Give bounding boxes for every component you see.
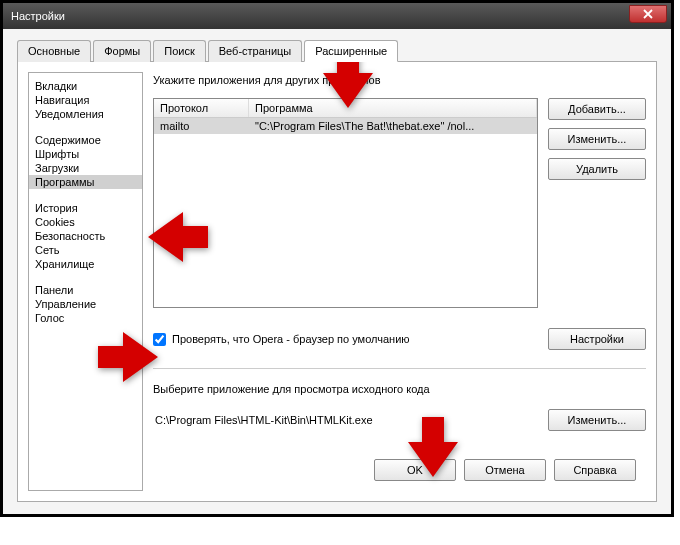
sidebar-item-history[interactable]: История (29, 201, 142, 215)
close-button[interactable] (629, 5, 667, 23)
window-title: Настройки (11, 10, 65, 22)
ok-button[interactable]: OK (374, 459, 456, 481)
instruction-label: Укажите приложения для других протоколов (153, 72, 646, 90)
source-viewer-row: C:\Program Files\HTML-Kit\Bin\HTMLKit.ex… (153, 409, 646, 431)
table-header: Протокол Программа (154, 99, 537, 118)
default-browser-label: Проверять, что Opera - браузер по умолча… (172, 333, 410, 345)
edit-button[interactable]: Изменить... (548, 128, 646, 150)
tab-forms[interactable]: Формы (93, 40, 151, 62)
cancel-button[interactable]: Отмена (464, 459, 546, 481)
help-button[interactable]: Справка (554, 459, 636, 481)
dialog-body: Основные Формы Поиск Веб-страницы Расшир… (3, 29, 671, 514)
sidebar-item-security[interactable]: Безопасность (29, 229, 142, 243)
sidebar-item-network[interactable]: Сеть (29, 243, 142, 257)
protocol-area: Протокол Программа mailto "C:\Program Fi… (153, 98, 646, 308)
divider (153, 368, 646, 369)
delete-button[interactable]: Удалить (548, 158, 646, 180)
sidebar-item-navigation[interactable]: Навигация (29, 93, 142, 107)
tab-webpages[interactable]: Веб-страницы (208, 40, 303, 62)
settings-button[interactable]: Настройки (548, 328, 646, 350)
col-program[interactable]: Программа (249, 99, 537, 117)
sidebar-item-fonts[interactable]: Шрифты (29, 147, 142, 161)
tabpanel-advanced: Вкладки Навигация Уведомления Содержимое… (17, 62, 657, 502)
sidebar-item-shortcuts[interactable]: Управление (29, 297, 142, 311)
default-browser-row: Проверять, что Opera - браузер по умолча… (153, 328, 646, 350)
sidebar-item-programs[interactable]: Программы (29, 175, 142, 189)
footer-buttons: OK Отмена Справка (374, 459, 636, 481)
sidebar-item-panels[interactable]: Панели (29, 283, 142, 297)
protocol-table[interactable]: Протокол Программа mailto "C:\Program Fi… (153, 98, 538, 308)
table-row[interactable]: mailto "C:\Program Files\The Bat!\thebat… (154, 118, 537, 134)
close-icon (643, 9, 653, 19)
titlebar: Настройки (3, 3, 671, 29)
settings-dialog: Настройки Основные Формы Поиск Веб-стран… (0, 0, 674, 517)
sidebar-item-content[interactable]: Содержимое (29, 133, 142, 147)
sidebar-categories: Вкладки Навигация Уведомления Содержимое… (28, 72, 143, 491)
sidebar-item-cookies[interactable]: Cookies (29, 215, 142, 229)
sidebar-item-storage[interactable]: Хранилище (29, 257, 142, 271)
cell-program: "C:\Program Files\The Bat!\thebat.exe" /… (249, 118, 537, 134)
sidebar-item-voice[interactable]: Голос (29, 311, 142, 325)
tab-search[interactable]: Поиск (153, 40, 205, 62)
default-browser-checkbox[interactable] (153, 333, 166, 346)
tab-basic[interactable]: Основные (17, 40, 91, 62)
sidebar-item-notifications[interactable]: Уведомления (29, 107, 142, 121)
add-button[interactable]: Добавить... (548, 98, 646, 120)
cell-protocol: mailto (154, 118, 249, 134)
tab-advanced[interactable]: Расширенные (304, 40, 398, 62)
source-path: C:\Program Files\HTML-Kit\Bin\HTMLKit.ex… (153, 410, 538, 430)
sidebar-item-tabs[interactable]: Вкладки (29, 79, 142, 93)
col-protocol[interactable]: Протокол (154, 99, 249, 117)
sidebar-item-downloads[interactable]: Загрузки (29, 161, 142, 175)
tabstrip: Основные Формы Поиск Веб-страницы Расшир… (17, 39, 657, 62)
source-viewer-label: Выберите приложение для просмотра исходн… (153, 383, 646, 395)
protocol-buttons: Добавить... Изменить... Удалить (548, 98, 646, 308)
edit2-button[interactable]: Изменить... (548, 409, 646, 431)
right-pane: Укажите приложения для других протоколов… (153, 72, 646, 491)
